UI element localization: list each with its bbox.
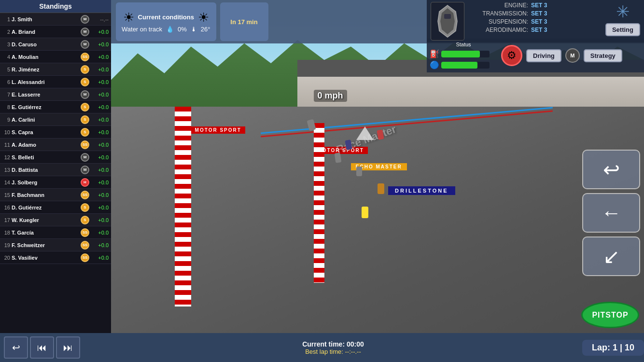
best-lap-label: Best lap time: --:--.-- (305, 348, 361, 355)
lap-counter: Lap: 1 | 10 (582, 340, 644, 356)
standing-row: 11 A. Adamo SS +0.0 (0, 139, 111, 151)
standing-badge: M (81, 166, 89, 174)
weather-block: ☀ Current conditions ☀ Water on track 💧 … (116, 2, 216, 41)
bottom-info: Current time: 00:00 Best lap time: --:--… (84, 340, 582, 355)
standing-pos: 1 (1, 16, 12, 22)
rewind-button[interactable]: ↩ (4, 336, 28, 359)
tire-icon: 🔵 (430, 60, 439, 70)
nav-back-button[interactable]: ↩ (582, 150, 640, 189)
standing-pos: 4 (1, 54, 12, 60)
aerodinamic-label: AERODINAMIC: (468, 27, 531, 33)
engine-label: ENGINE: (468, 2, 531, 9)
engine-info: ENGINE: SET 3 TRANSMISSION: SET 3 SUSPEN… (468, 2, 602, 34)
standing-badge: M (81, 15, 89, 24)
setting-button[interactable]: Setting (605, 23, 640, 36)
top-right-panel: ENGINE: SET 3 TRANSMISSION: SET 3 SUSPEN… (427, 0, 644, 42)
standings-header: Standings (0, 0, 111, 13)
standing-pos: 7 (1, 92, 12, 97)
standing-time: +0.0 (91, 129, 110, 135)
standing-name: F. Bachmann (12, 192, 79, 198)
drillestone-sign: DRILLESTONE (388, 186, 455, 195)
damage-icon: ⚙ (501, 45, 522, 66)
tire-bar-bg (441, 62, 490, 69)
standing-pos: 8 (1, 104, 12, 110)
car-silhouette-icon (435, 4, 460, 38)
kerb-barrier-mid (314, 123, 324, 283)
standing-badge: S (81, 103, 89, 111)
standing-badge: S (81, 115, 89, 124)
standing-row: 3 D. Caruso M +0.0 (0, 38, 111, 51)
track-arrow (356, 126, 374, 140)
aerodinamic-value: SET 3 (531, 27, 547, 33)
standing-badge: SS (81, 191, 89, 199)
forward-button[interactable]: ⏭ (56, 336, 80, 359)
standing-pos: 10 (1, 129, 12, 135)
bottom-controls: ↩ ⏮ ⏭ (0, 336, 84, 359)
standing-time: +0.0 (91, 42, 110, 47)
standing-time: +0.0 (91, 217, 110, 223)
sun-icon-left: ☀ (123, 11, 134, 24)
standing-row: 4 A. Moulian SS +0.0 (0, 51, 111, 63)
standings-list: 1 J. Smith M --,-- 2 A. Briand M +0.0 3 … (0, 13, 111, 264)
standing-badge: M (81, 40, 89, 49)
water-percent: 0% (178, 26, 187, 33)
fuel-icon: ⛽ (430, 49, 439, 58)
standing-row: 2 A. Briand M +0.0 (0, 26, 111, 38)
pitstop-button[interactable]: PITSTOP (581, 302, 639, 328)
standing-pos: 3 (1, 42, 12, 47)
standing-badge: S (81, 216, 89, 224)
suspension-label: SUSPENSION: (468, 18, 531, 25)
standing-badge: S (81, 78, 89, 86)
sun-icon-right: ☀ (198, 11, 209, 24)
standing-row: 17 W. Kuegler S +0.0 (0, 214, 111, 226)
status-area: Status ⛽ 🔵 (430, 42, 497, 70)
standing-time: +0.0 (91, 180, 110, 185)
strategy-button[interactable]: Strategy (584, 49, 622, 62)
standing-pos: 12 (1, 154, 12, 160)
standings-panel: Standings 1 J. Smith M --,-- 2 A. Briand… (0, 0, 111, 333)
standing-badge: M (81, 90, 89, 99)
nav-down-button[interactable]: ↙ (582, 237, 640, 276)
standing-time: +0.0 (91, 104, 110, 110)
standing-badge: SS (81, 53, 89, 61)
reverse-button[interactable]: ⏮ (30, 336, 54, 359)
car-status-panel: Status ⛽ 🔵 ⚙ Driving M Strategy (427, 39, 644, 72)
standing-row: 8 E. Gutiérrez S +0.0 (0, 101, 111, 113)
standing-name: R. Jiménez (12, 67, 79, 72)
transmission-value: SET 3 (531, 10, 547, 17)
standing-pos: 13 (1, 167, 12, 173)
water-label: Water on track (122, 26, 162, 33)
standing-time: +0.0 (91, 192, 110, 198)
standing-pos: 17 (1, 217, 12, 223)
standing-name: J. Solberg (12, 180, 79, 185)
standing-badge: H (81, 178, 89, 187)
standing-time: +0.0 (91, 242, 110, 248)
speed-display: 0 mph (314, 90, 347, 102)
standing-time: +0.0 (91, 92, 110, 97)
standing-time: +0.0 (91, 167, 110, 173)
standing-time: --,-- (91, 16, 110, 22)
standing-row: 16 D. Gutiérrez S +0.0 (0, 201, 111, 214)
tire-gauge-row: 🔵 (430, 60, 497, 70)
tire-bar-fill (441, 62, 477, 69)
standing-badge: S (81, 203, 89, 212)
driving-button[interactable]: Driving (526, 49, 561, 62)
standing-row: 10 S. Capra S +0.0 (0, 126, 111, 139)
standing-badge: M (81, 28, 89, 36)
svg-rect-2 (444, 14, 451, 19)
nav-left-button[interactable]: ← (582, 193, 640, 233)
standing-name: A. Briand (12, 29, 79, 35)
car-6 (378, 183, 384, 194)
standing-time: +0.0 (91, 230, 110, 236)
standing-name: S. Belleti (12, 154, 79, 160)
engine-value: SET 3 (531, 2, 547, 9)
standing-name: E. Lasserre (12, 92, 79, 97)
fuel-bar-bg (441, 51, 490, 57)
standing-pos: 11 (1, 142, 12, 148)
motor-sport-sign-1: MOTOR SPORT (191, 126, 245, 134)
suspension-value: SET 3 (531, 18, 547, 25)
standing-row: 20 S. Vasiliev SS +0.0 (0, 251, 111, 264)
standing-pos: 16 (1, 205, 12, 210)
kerb-barrier-left (175, 107, 191, 306)
conditions-label: Current conditions (138, 14, 194, 21)
